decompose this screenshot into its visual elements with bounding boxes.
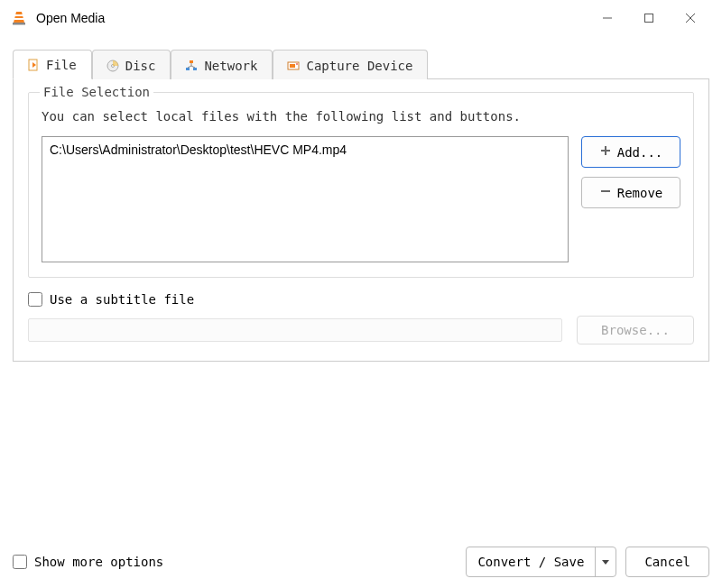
close-button[interactable]: [670, 4, 711, 32]
convert-save-button[interactable]: Convert / Save: [466, 547, 616, 577]
svg-marker-23: [602, 560, 609, 565]
tabs: File Disc Network Capture Device: [13, 49, 709, 79]
content-area: File Disc Network Capture Device File Se…: [0, 36, 722, 362]
tab-file[interactable]: File: [13, 50, 92, 79]
svg-rect-11: [190, 60, 193, 63]
footer: Show more options Convert / Save Cancel: [13, 547, 709, 577]
svg-rect-4: [645, 14, 653, 23]
tab-label: Network: [204, 59, 257, 73]
vlc-icon: [11, 10, 27, 26]
cancel-button[interactable]: Cancel: [625, 547, 709, 577]
svg-point-19: [297, 63, 299, 65]
browse-button-label: Browse...: [601, 323, 670, 337]
file-selection-help: You can select local files with the foll…: [42, 109, 680, 124]
file-icon: [26, 58, 41, 72]
file-panel: File Selection You can select local file…: [13, 79, 709, 362]
svg-rect-13: [193, 68, 197, 70]
svg-line-15: [188, 66, 191, 68]
svg-rect-2: [13, 23, 25, 25]
add-button[interactable]: Add...: [581, 136, 680, 168]
plus-icon: [599, 144, 612, 160]
chevron-down-icon: [601, 555, 610, 569]
maximize-button[interactable]: [628, 4, 670, 32]
minus-icon: [599, 185, 612, 200]
use-subtitle-checkbox[interactable]: [28, 292, 42, 307]
network-icon: [184, 59, 199, 73]
svg-rect-0: [14, 14, 23, 16]
remove-button-label: Remove: [617, 186, 663, 200]
subtitle-path-input: [28, 318, 562, 342]
show-more-options-label: Show more options: [34, 555, 163, 569]
cancel-button-label: Cancel: [644, 555, 690, 569]
remove-button[interactable]: Remove: [581, 177, 680, 208]
disc-icon: [106, 59, 120, 73]
svg-line-16: [191, 66, 195, 68]
browse-button: Browse...: [577, 316, 694, 345]
subtitle-row: Use a subtitle file: [28, 292, 694, 307]
file-list[interactable]: C:\Users\Administrator\Desktop\test\HEVC…: [42, 136, 569, 262]
capture-icon: [286, 59, 301, 73]
tab-label: Disc: [125, 59, 156, 73]
file-selection-legend: File Selection: [40, 85, 153, 99]
subtitle-path-row: Browse...: [28, 316, 694, 345]
tab-network[interactable]: Network: [171, 50, 273, 79]
use-subtitle-label: Use a subtitle file: [50, 292, 194, 307]
convert-save-label[interactable]: Convert / Save: [467, 547, 596, 576]
add-button-label: Add...: [617, 145, 663, 160]
minimize-button[interactable]: [587, 4, 628, 32]
file-selection-group: File Selection You can select local file…: [28, 92, 694, 278]
tab-label: File: [46, 58, 77, 72]
svg-rect-12: [186, 68, 190, 70]
tab-capture-device[interactable]: Capture Device: [273, 50, 428, 79]
window-controls: [587, 4, 711, 32]
file-list-item[interactable]: C:\Users\Administrator\Desktop\test\HEVC…: [50, 142, 560, 157]
tab-disc[interactable]: Disc: [92, 50, 171, 79]
tab-label: Capture Device: [306, 59, 412, 73]
titlebar: Open Media: [0, 0, 722, 36]
convert-save-dropdown[interactable]: [596, 547, 616, 576]
window-title: Open Media: [36, 11, 105, 25]
svg-rect-18: [290, 64, 295, 68]
svg-rect-1: [14, 18, 24, 20]
show-more-options-checkbox[interactable]: [13, 555, 27, 569]
